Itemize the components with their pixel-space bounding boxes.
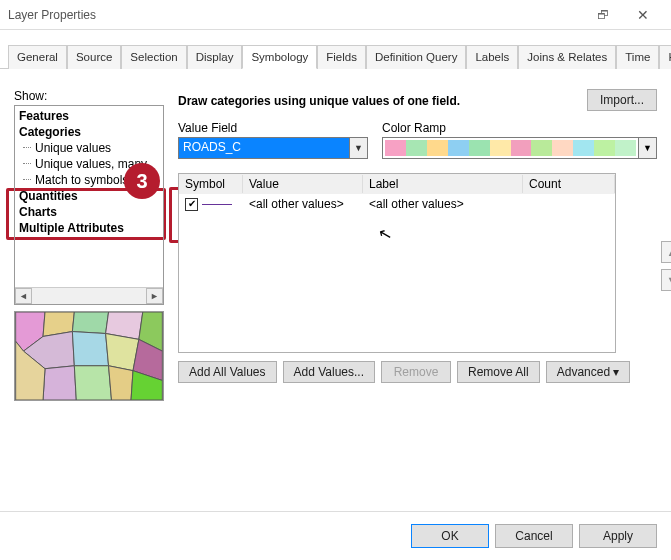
move-up-button[interactable]: ▲ xyxy=(661,241,671,263)
close-icon[interactable]: ✕ xyxy=(623,7,663,23)
help-icon[interactable]: 🗗 xyxy=(583,8,623,22)
import-button[interactable]: Import... xyxy=(587,89,657,111)
color-swatch xyxy=(511,140,532,156)
row-value: <all other values> xyxy=(243,196,363,212)
tab-time[interactable]: Time xyxy=(616,45,659,69)
grid-header-symbol[interactable]: Symbol xyxy=(179,175,243,193)
tab-source[interactable]: Source xyxy=(67,45,121,69)
move-down-button[interactable]: ▼ xyxy=(661,269,671,291)
tab-html-popup[interactable]: HTML Popup xyxy=(659,45,671,69)
description-text: Draw categories using unique values of o… xyxy=(178,92,587,108)
row-checkbox[interactable]: ✔ xyxy=(185,198,198,211)
color-ramp-label: Color Ramp xyxy=(382,121,657,135)
tab-display[interactable]: Display xyxy=(187,45,243,69)
chevron-down-icon[interactable]: ▼ xyxy=(349,138,367,158)
tab-labels[interactable]: Labels xyxy=(466,45,518,69)
tab-fields[interactable]: Fields xyxy=(317,45,366,69)
cancel-button[interactable]: Cancel xyxy=(495,524,573,548)
scroll-track[interactable] xyxy=(32,288,146,304)
grid-header-label[interactable]: Label xyxy=(363,175,523,193)
tree-item-charts[interactable]: Charts xyxy=(15,204,163,220)
value-field-select[interactable]: ROADS_C ▼ xyxy=(178,137,368,159)
symbol-grid: Symbol Value Label Count ✔ <all other va… xyxy=(178,173,616,353)
color-swatch xyxy=(552,140,573,156)
grid-header-value[interactable]: Value xyxy=(243,175,363,193)
value-field-label: Value Field xyxy=(178,121,368,135)
color-ramp-select[interactable]: ▼ xyxy=(382,137,657,159)
table-row[interactable]: ✔ <all other values> <all other values> xyxy=(179,194,615,214)
color-swatch xyxy=(531,140,552,156)
tab-definition-query[interactable]: Definition Query xyxy=(366,45,466,69)
dialog-separator xyxy=(0,511,671,512)
color-swatch xyxy=(385,140,406,156)
tab-symbology[interactable]: Symbology xyxy=(242,45,317,69)
grid-header: Symbol Value Label Count xyxy=(179,174,615,194)
tab-general[interactable]: General xyxy=(8,45,67,69)
value-field-value: ROADS_C xyxy=(179,138,349,158)
color-swatch xyxy=(406,140,427,156)
color-swatch xyxy=(448,140,469,156)
tree-item-categories[interactable]: Categories xyxy=(15,124,163,140)
row-symbol-line xyxy=(202,204,232,205)
tab-strip: General Source Selection Display Symbolo… xyxy=(0,30,671,69)
row-count xyxy=(523,203,615,205)
remove-all-button[interactable]: Remove All xyxy=(457,361,540,383)
add-all-values-button[interactable]: Add All Values xyxy=(178,361,277,383)
window-titlebar: Layer Properties 🗗 ✕ xyxy=(0,0,671,30)
row-label: <all other values> xyxy=(363,196,523,212)
color-swatch xyxy=(469,140,490,156)
tree-scrollbar[interactable]: ◄ ► xyxy=(15,287,163,304)
layer-preview xyxy=(14,311,164,401)
color-swatch xyxy=(615,140,636,156)
tab-selection[interactable]: Selection xyxy=(121,45,186,69)
step-badge: 3 xyxy=(124,163,160,199)
color-swatch xyxy=(573,140,594,156)
apply-button[interactable]: Apply xyxy=(579,524,657,548)
tree-item-features[interactable]: Features xyxy=(15,108,163,124)
color-swatch xyxy=(490,140,511,156)
scroll-left-icon[interactable]: ◄ xyxy=(15,288,32,304)
show-tree: Features Categories Unique values Unique… xyxy=(14,105,164,305)
grid-header-count[interactable]: Count xyxy=(523,175,615,193)
color-swatch xyxy=(594,140,615,156)
color-ramp-swatches xyxy=(383,138,638,158)
scroll-right-icon[interactable]: ► xyxy=(146,288,163,304)
tab-joins-relates[interactable]: Joins & Relates xyxy=(518,45,616,69)
remove-button[interactable]: Remove xyxy=(381,361,451,383)
ok-button[interactable]: OK xyxy=(411,524,489,548)
add-values-button[interactable]: Add Values... xyxy=(283,361,376,383)
tree-item-unique-values[interactable]: Unique values xyxy=(15,140,163,156)
chevron-down-icon[interactable]: ▼ xyxy=(638,138,656,158)
show-label: Show: xyxy=(14,89,164,103)
tree-item-multiple-attributes[interactable]: Multiple Attributes xyxy=(15,220,163,236)
advanced-button[interactable]: Advanced ▾ xyxy=(546,361,631,383)
window-title: Layer Properties xyxy=(8,8,583,22)
color-swatch xyxy=(427,140,448,156)
